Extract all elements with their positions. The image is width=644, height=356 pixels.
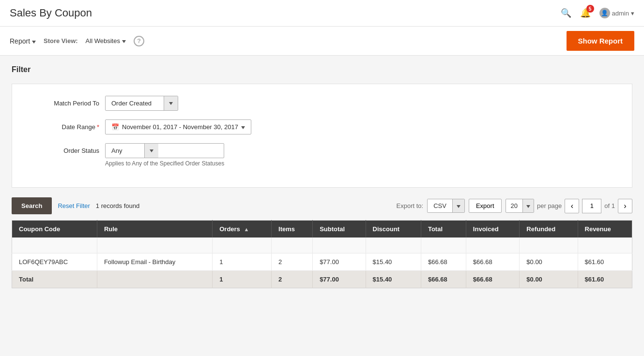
date-range-row: Date Range* 📅 November 01, 2017 - Novemb… — [31, 119, 613, 134]
report-label: Report — [10, 37, 30, 45]
match-period-control: Order Created — [105, 96, 178, 111]
pagination: 20 per page of 1 — [506, 199, 632, 213]
cell-total: $66.68 — [421, 253, 466, 270]
match-period-label: Match Period To — [31, 96, 99, 107]
cell-discount: $15.40 — [366, 253, 421, 270]
actions-left: Search Reset Filter 1 records found — [12, 197, 139, 214]
store-view-arrow-icon — [122, 37, 126, 44]
table-footer-row: Total 1 2 $77.00 $15.40 $66.68 $66.68 $0… — [12, 270, 632, 288]
footer-rule — [97, 270, 212, 288]
toolbar-left: Report Store View: All Websites ? — [10, 36, 144, 46]
col-coupon-code: Coupon Code — [12, 221, 97, 238]
col-items: Items — [272, 221, 313, 238]
export-format-select[interactable]: CSV — [427, 199, 465, 213]
actions-right: Export to: CSV Export 20 per page — [397, 199, 632, 213]
table-body: LOF6QEY79ABC Followup Email - Birthday 1… — [12, 237, 632, 270]
records-found: 1 records found — [96, 202, 139, 209]
footer-items: 2 — [272, 270, 313, 288]
page-title: Sales By Coupon — [10, 7, 92, 19]
main-content: Filter Match Period To Order Created Dat… — [0, 56, 644, 298]
order-status-arrow-icon[interactable] — [144, 144, 158, 158]
col-refunded: Refunded — [520, 221, 578, 238]
cell-invoiced: $66.68 — [466, 253, 519, 270]
page-number-input[interactable] — [582, 199, 601, 213]
col-rule: Rule — [97, 221, 212, 238]
chevron-left-icon — [571, 202, 573, 210]
cell-rule: Followup Email - Birthday — [97, 253, 212, 270]
table-row: LOF6QEY79ABC Followup Email - Birthday 1… — [12, 253, 632, 270]
footer-invoiced: $66.68 — [466, 270, 519, 288]
notifications-button[interactable]: 🔔 5 — [580, 8, 591, 18]
store-view-button[interactable]: All Websites — [86, 37, 126, 44]
col-orders-label: Orders — [219, 225, 240, 233]
footer-orders: 1 — [213, 270, 272, 288]
admin-menu-button[interactable]: 👤 admin ▾ — [599, 8, 634, 18]
admin-avatar: 👤 — [599, 8, 610, 18]
show-report-button[interactable]: Show Report — [567, 31, 635, 51]
admin-label: admin — [612, 10, 629, 17]
notifications-badge: 5 — [586, 5, 594, 13]
sort-orders-icon: ▲ — [244, 226, 249, 232]
toolbar-bar: Report Store View: All Websites ? Show R… — [0, 27, 644, 56]
cell-revenue: $61.60 — [578, 253, 632, 270]
col-subtotal: Subtotal — [313, 221, 366, 238]
store-view-value: All Websites — [86, 37, 120, 44]
match-period-value: Order Created — [106, 96, 164, 110]
order-status-row: Order Status Any Applies to Any of the S… — [31, 143, 613, 167]
order-status-note: Applies to Any of the Specified Order St… — [105, 160, 224, 167]
table-header-row: Coupon Code Rule Orders ▲ Items Subtotal… — [12, 221, 632, 238]
date-range-label: Date Range* — [31, 119, 99, 131]
search-icon: 🔍 — [561, 8, 571, 18]
footer-label: Total — [12, 270, 97, 288]
data-table: Coupon Code Rule Orders ▲ Items Subtotal… — [12, 220, 632, 288]
export-format-arrow-icon[interactable] — [452, 199, 464, 212]
report-chevron-icon — [32, 37, 36, 45]
export-format-value: CSV — [428, 199, 452, 212]
actions-row: Search Reset Filter 1 records found Expo… — [12, 197, 632, 214]
report-menu-button[interactable]: Report — [10, 37, 36, 45]
filter-title: Filter — [12, 65, 632, 74]
per-page-arrow-icon[interactable] — [522, 199, 534, 212]
order-status-value: Any — [106, 144, 144, 158]
col-total: Total — [421, 221, 466, 238]
calendar-icon: 📅 — [111, 123, 119, 131]
export-button[interactable]: Export — [469, 199, 502, 213]
cell-items: 2 — [272, 253, 313, 270]
col-orders[interactable]: Orders ▲ — [213, 221, 272, 238]
cell-coupon-code: LOF6QEY79ABC — [12, 253, 97, 270]
date-range-control: 📅 November 01, 2017 - November 30, 2017 — [105, 119, 251, 134]
per-page-value: 20 — [506, 199, 522, 212]
search-button[interactable]: Search — [12, 197, 52, 214]
cell-orders: 1 — [213, 253, 272, 270]
help-icon[interactable]: ? — [134, 36, 144, 46]
table-header: Coupon Code Rule Orders ▲ Items Subtotal… — [12, 221, 632, 238]
per-page-select[interactable]: 20 — [506, 199, 534, 213]
search-button[interactable]: 🔍 — [561, 8, 571, 18]
admin-chevron-icon: ▾ — [631, 10, 634, 17]
top-header: Sales By Coupon 🔍 🔔 5 👤 admin ▾ — [0, 0, 644, 27]
chevron-right-icon — [624, 202, 626, 210]
match-period-arrow-icon[interactable] — [164, 96, 178, 110]
date-range-input[interactable]: 📅 November 01, 2017 - November 30, 2017 — [105, 119, 251, 134]
reset-filter-link[interactable]: Reset Filter — [58, 202, 90, 209]
export-label: Export to: — [397, 202, 424, 209]
filter-form: Match Period To Order Created Date Range… — [12, 84, 632, 188]
cell-subtotal: $77.00 — [313, 253, 366, 270]
cell-refunded: $0.00 — [520, 253, 578, 270]
col-revenue: Revenue — [578, 221, 632, 238]
order-status-label: Order Status — [31, 143, 99, 154]
col-invoiced: Invoiced — [466, 221, 519, 238]
prev-page-button[interactable] — [565, 199, 579, 213]
header-actions: 🔍 🔔 5 👤 admin ▾ — [561, 8, 634, 18]
next-page-button[interactable] — [618, 199, 632, 213]
per-page-label: per page — [537, 202, 562, 209]
order-status-select[interactable]: Any — [105, 143, 224, 158]
footer-subtotal: $77.00 — [313, 270, 366, 288]
match-period-row: Match Period To Order Created — [31, 96, 613, 111]
table-footer: Total 1 2 $77.00 $15.40 $66.68 $66.68 $0… — [12, 270, 632, 288]
footer-total: $66.68 — [421, 270, 466, 288]
match-period-select[interactable]: Order Created — [105, 96, 178, 111]
table-row-empty — [12, 237, 632, 253]
date-range-arrow-icon — [241, 123, 245, 131]
page-of-label: of 1 — [604, 202, 615, 209]
